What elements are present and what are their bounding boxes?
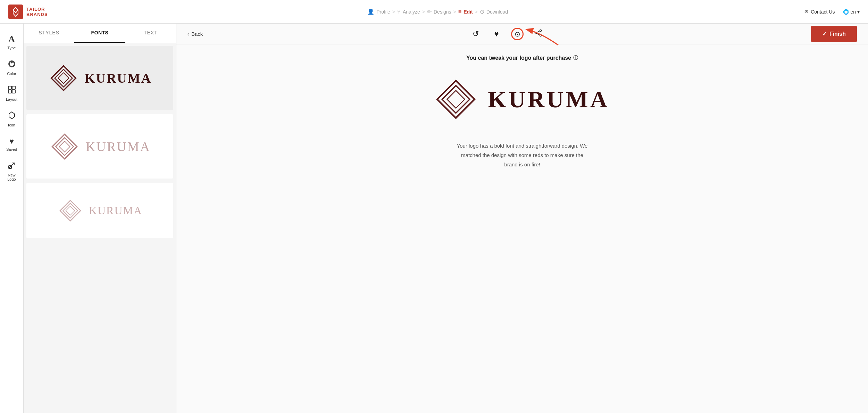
topnav: TAILOR BRANDS 👤 Profile > ⑂ Analyze > ✏ … xyxy=(0,0,868,24)
svg-rect-25 xyxy=(447,91,465,108)
action-bar: ‹ Back ↺ ♥ ⊙ xyxy=(176,24,868,44)
nav-step-analyze[interactable]: ⑂ Analyze xyxy=(397,9,420,15)
color-icon xyxy=(8,60,16,70)
finish-check-icon: ✓ xyxy=(822,31,827,37)
designs-step-icon: ✏ xyxy=(427,8,432,15)
sidebar-item-new-logo[interactable]: New Logo xyxy=(1,158,22,185)
nav-step-download[interactable]: ⊙ Download xyxy=(480,8,508,15)
logo-variants-list: KURUMA KURUMA xyxy=(24,43,176,413)
like-button[interactable]: ♥ xyxy=(490,28,503,40)
language-selector[interactable]: 🌐 en ▾ xyxy=(843,9,860,15)
kuruma-text-dark: KURUMA xyxy=(85,71,152,86)
logo-variant-3[interactable]: KURUMA xyxy=(26,183,173,238)
undo-button[interactable]: ↺ xyxy=(469,28,482,40)
finish-button[interactable]: ✓ Finish xyxy=(811,26,857,42)
main-logo-icon xyxy=(435,79,477,120)
svg-rect-11 xyxy=(58,73,69,83)
svg-rect-4 xyxy=(8,86,11,89)
tweak-icon: ⊙ xyxy=(515,30,520,38)
svg-rect-6 xyxy=(8,90,11,93)
sidebar-item-layout[interactable]: Layout xyxy=(1,82,22,105)
heart-filled-icon: ♥ xyxy=(494,30,499,39)
nav-sep-2: > xyxy=(422,9,425,15)
svg-rect-5 xyxy=(12,86,15,89)
main-content: You can tweak your logo after purchase ⓘ… xyxy=(176,44,868,413)
panel-tabs: STYLES FONTS TEXT xyxy=(24,24,176,43)
sidebar-item-icon[interactable]: Icon xyxy=(1,108,22,131)
globe-icon: 🌐 xyxy=(843,9,849,15)
kuruma-text-light: KURUMA xyxy=(86,139,151,154)
nav-sep-1: > xyxy=(392,9,395,15)
info-icon: ⓘ xyxy=(573,55,578,61)
undo-icon: ↺ xyxy=(473,30,479,39)
logo-icon-light xyxy=(49,131,80,162)
logo-variant-1-content: KURUMA xyxy=(48,63,152,94)
svg-line-21 xyxy=(536,31,540,33)
type-icon: A xyxy=(8,34,15,44)
brand-name: TAILOR BRANDS xyxy=(26,7,48,17)
share-button[interactable] xyxy=(532,28,544,40)
new-logo-icon xyxy=(8,161,16,172)
icon-icon xyxy=(8,111,16,122)
layout-icon xyxy=(8,85,16,96)
nav-right: ✉ Contact Us 🌐 en ▾ xyxy=(804,9,860,15)
chevron-down-icon: ▾ xyxy=(857,9,860,15)
share-icon xyxy=(534,29,542,39)
nav-step-profile[interactable]: 👤 Profile xyxy=(367,8,390,15)
edit-step-icon: ≡ xyxy=(458,9,461,15)
download-step-icon: ⊙ xyxy=(480,8,484,15)
back-chevron-icon: ‹ xyxy=(187,31,189,37)
action-icons-group: ↺ ♥ ⊙ xyxy=(469,28,544,40)
svg-point-19 xyxy=(540,35,542,36)
logo-variant-2-content: KURUMA xyxy=(49,131,151,162)
main-layout: A Type Color Layout Icon ♥ Saved xyxy=(0,24,868,413)
tab-styles[interactable]: STYLES xyxy=(24,24,74,43)
svg-rect-7 xyxy=(12,90,15,93)
sidebar-item-type[interactable]: A Type xyxy=(1,31,22,53)
nav-sep-4: > xyxy=(475,9,478,15)
nav-sep-3: > xyxy=(453,9,456,15)
nav-step-edit[interactable]: ≡ Edit xyxy=(458,9,473,15)
svg-point-20 xyxy=(535,32,537,34)
tab-fonts[interactable]: FONTS xyxy=(74,24,125,43)
svg-point-3 xyxy=(11,62,12,64)
tweak-notice: You can tweak your logo after purchase ⓘ xyxy=(466,55,578,61)
tweak-button[interactable]: ⊙ xyxy=(511,28,524,40)
main-logo-text: KURUMA xyxy=(488,86,609,113)
logo-variant-1[interactable]: KURUMA xyxy=(26,46,173,110)
main-logo-display: KURUMA xyxy=(435,79,609,120)
left-panel: STYLES FONTS TEXT KURUMA xyxy=(24,24,176,413)
logo-variant-2[interactable]: KURUMA xyxy=(26,114,173,179)
logo-icon-faded xyxy=(57,198,83,224)
nav-step-designs[interactable]: ✏ Designs xyxy=(427,8,451,15)
svg-point-18 xyxy=(540,30,542,32)
right-main-area: ‹ Back ↺ ♥ ⊙ xyxy=(176,24,868,413)
heart-icon: ♥ xyxy=(9,137,14,146)
svg-line-22 xyxy=(536,33,540,35)
profile-step-icon: 👤 xyxy=(367,8,374,15)
nav-steps: 👤 Profile > ⑂ Analyze > ✏ Designs > ≡ Ed… xyxy=(71,8,804,15)
brand-logo-area: TAILOR BRANDS xyxy=(8,5,71,19)
sidebar-item-color[interactable]: Color xyxy=(1,56,22,79)
tab-text[interactable]: TEXT xyxy=(125,24,176,43)
svg-rect-0 xyxy=(8,5,23,19)
logo-variant-3-content: KURUMA xyxy=(57,198,142,224)
svg-rect-14 xyxy=(59,141,70,152)
sidebar-icons: A Type Color Layout Icon ♥ Saved xyxy=(0,24,24,413)
logo-description: Your logo has a bold font and straightfo… xyxy=(457,141,588,169)
logo-icon-dark xyxy=(48,63,79,94)
analyze-step-icon: ⑂ xyxy=(397,9,401,15)
sidebar-item-saved[interactable]: ♥ Saved xyxy=(1,133,22,155)
back-button[interactable]: ‹ Back xyxy=(187,31,203,37)
contact-us-button[interactable]: ✉ Contact Us xyxy=(804,9,835,15)
svg-rect-17 xyxy=(66,206,75,215)
tweak-button-container: ⊙ xyxy=(511,28,524,40)
kuruma-text-faded: KURUMA xyxy=(89,204,142,217)
mail-icon: ✉ xyxy=(804,9,809,15)
brand-logo-icon xyxy=(8,5,23,19)
